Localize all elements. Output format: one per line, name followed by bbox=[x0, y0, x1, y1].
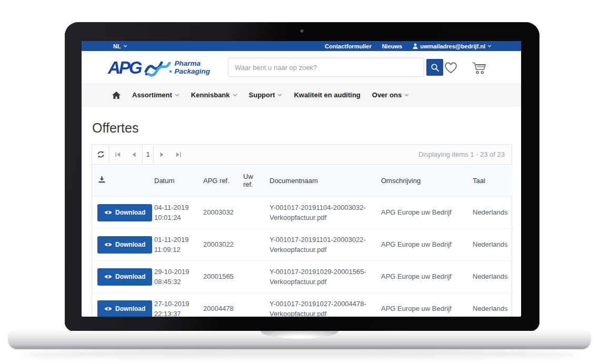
nav-item-label: Over ons bbox=[372, 91, 402, 99]
table-header-row: Datum APG ref. Uw ref. Documentnaam Omsc… bbox=[92, 165, 513, 197]
current-page[interactable]: 1 bbox=[142, 145, 154, 164]
next-page-button[interactable] bbox=[154, 145, 170, 164]
user-email: uwmailadres@bedrijf.nl bbox=[420, 43, 485, 49]
webcam-dot bbox=[301, 29, 304, 33]
contactformulier-link[interactable]: Contactformulier bbox=[325, 43, 372, 49]
grid-pager: 1 Displaying items 1 - 23 of 23 bbox=[92, 145, 512, 165]
browser-screen: NL Contactformulier Nieuws uwmailadres@b… bbox=[82, 41, 521, 317]
cell-documentnaam: Y-001017-20191027-20004478-Verkoopfactuu… bbox=[265, 293, 377, 317]
download-button-label: Download bbox=[115, 273, 145, 280]
refresh-button[interactable] bbox=[92, 145, 109, 164]
nav-item-label: Kennisbank bbox=[191, 91, 230, 99]
column-documentnaam: Documentnaam bbox=[265, 165, 377, 197]
logo-tagline-1: Pharma bbox=[175, 59, 211, 67]
cell-uw-ref bbox=[239, 261, 265, 293]
eye-icon bbox=[104, 274, 112, 279]
language-selector[interactable]: NL bbox=[113, 43, 127, 49]
chevron-down-icon bbox=[233, 94, 237, 97]
cell-taal: Nederlands bbox=[468, 293, 513, 317]
table-row: Download 04-11-2019 10:01:24 20003032 Y-… bbox=[92, 197, 513, 229]
offertes-grid: 1 Displaying items 1 - 23 of 23 bbox=[92, 144, 512, 317]
nav-item-kwaliteit-en-auditing[interactable]: Kwaliteit en auditing bbox=[294, 91, 360, 99]
cell-apg-ref: 20003022 bbox=[199, 229, 239, 261]
cell-omschrijving: APG Europe uw Bedrijf bbox=[377, 293, 468, 317]
site-logo[interactable]: APG Pharma Packaging bbox=[108, 58, 228, 77]
page-content: Offertes 1 bbox=[82, 120, 521, 317]
nav-item-assortiment[interactable]: Assortiment bbox=[132, 91, 179, 99]
cell-uw-ref bbox=[239, 293, 265, 317]
language-label: NL bbox=[113, 43, 121, 49]
cell-documentnaam: Y-001017-20191101-20003022-Verkoopfactuu… bbox=[265, 229, 377, 261]
user-menu[interactable]: uwmailadres@bedrijf.nl bbox=[413, 43, 492, 49]
download-button[interactable]: Download bbox=[97, 300, 152, 317]
main-nav: Assortiment Kennisbank Support Kwaliteit… bbox=[82, 84, 521, 106]
last-page-button[interactable] bbox=[170, 145, 186, 164]
search-input[interactable] bbox=[228, 58, 424, 77]
download-button-label: Download bbox=[115, 209, 145, 216]
chevron-down-icon bbox=[487, 45, 492, 47]
search-icon bbox=[431, 63, 440, 72]
pager-status: Displaying items 1 - 23 of 23 bbox=[418, 150, 512, 158]
laptop-bezel: NL Contactformulier Nieuws uwmailadres@b… bbox=[65, 22, 540, 331]
dna-icon bbox=[144, 60, 173, 77]
chevron-down-icon bbox=[175, 94, 179, 97]
download-button-label: Download bbox=[115, 241, 145, 248]
search-button[interactable] bbox=[426, 59, 443, 76]
home-icon bbox=[112, 92, 121, 99]
refresh-icon bbox=[97, 150, 105, 158]
cell-taal: Nederlands bbox=[468, 197, 513, 229]
download-column-icon bbox=[98, 176, 105, 183]
grid-body: Download 04-11-2019 10:01:24 20003032 Y-… bbox=[92, 197, 513, 317]
column-uw-ref: Uw ref. bbox=[239, 165, 265, 197]
cell-taal: Nederlands bbox=[468, 229, 513, 261]
cell-datum: 01-11-2019 11:09:12 bbox=[150, 229, 199, 261]
laptop-notch bbox=[261, 331, 338, 339]
offertes-table: Datum APG ref. Uw ref. Documentnaam Omsc… bbox=[92, 165, 513, 317]
site-topbar: NL Contactformulier Nieuws uwmailadres@b… bbox=[82, 41, 521, 51]
nav-item-kennisbank[interactable]: Kennisbank bbox=[191, 91, 237, 99]
last-page-icon bbox=[176, 152, 181, 157]
user-icon bbox=[413, 43, 418, 49]
nieuws-link[interactable]: Nieuws bbox=[382, 43, 403, 49]
cell-datum: 04-11-2019 10:01:24 bbox=[150, 197, 199, 229]
next-page-icon bbox=[160, 152, 164, 157]
logo-apg-text: APG bbox=[108, 59, 141, 76]
prev-page-button[interactable] bbox=[126, 145, 142, 164]
chevron-down-icon bbox=[404, 94, 409, 97]
laptop-mockup: NL Contactformulier Nieuws uwmailadres@b… bbox=[0, 0, 599, 364]
eye-icon bbox=[104, 242, 112, 247]
eye-icon bbox=[104, 306, 112, 311]
chevron-down-icon bbox=[123, 45, 127, 47]
cell-omschrijving: APG Europe uw Bedrijf bbox=[377, 229, 468, 261]
download-button[interactable]: Download bbox=[97, 204, 152, 221]
page-title: Offertes bbox=[92, 120, 512, 136]
cell-omschrijving: APG Europe uw Bedrijf bbox=[377, 261, 468, 293]
table-row: Download 29-10-2019 08:45:32 20001565 Y-… bbox=[92, 261, 513, 293]
column-apg-ref: APG ref. bbox=[199, 165, 239, 197]
cell-uw-ref bbox=[239, 229, 265, 261]
cell-documentnaam: Y-001017-20191104-20003032-Verkoopfactuu… bbox=[265, 197, 377, 229]
wishlist-button[interactable] bbox=[443, 60, 458, 74]
cart-icon bbox=[471, 60, 487, 75]
nav-item-support[interactable]: Support bbox=[249, 91, 283, 99]
column-omschrijving: Omschrijving bbox=[377, 165, 468, 197]
download-button[interactable]: Download bbox=[97, 236, 152, 254]
site-header: APG Pharma Packaging bbox=[82, 51, 521, 84]
nav-item-over-ons[interactable]: Over ons bbox=[372, 91, 409, 99]
cell-datum: 27-10-2019 22:13:37 bbox=[150, 293, 199, 317]
nav-item-home[interactable] bbox=[112, 92, 121, 99]
nav-item-label: Support bbox=[249, 91, 275, 99]
cell-apg-ref: 20004478 bbox=[199, 293, 239, 317]
download-button[interactable]: Download bbox=[97, 268, 152, 286]
column-datum: Datum bbox=[150, 165, 199, 197]
cell-omschrijving: APG Europe uw Bedrijf bbox=[377, 197, 468, 229]
column-download bbox=[92, 165, 150, 197]
cart-button[interactable] bbox=[471, 60, 487, 75]
prev-page-icon bbox=[132, 152, 136, 157]
laptop-reflection bbox=[21, 349, 578, 361]
eye-icon bbox=[104, 210, 112, 215]
first-page-button[interactable] bbox=[109, 145, 126, 164]
table-row: Download 01-11-2019 11:09:12 20003022 Y-… bbox=[92, 229, 513, 261]
logo-tagline-2: Packaging bbox=[175, 67, 211, 75]
column-taal: Taal bbox=[468, 165, 513, 197]
